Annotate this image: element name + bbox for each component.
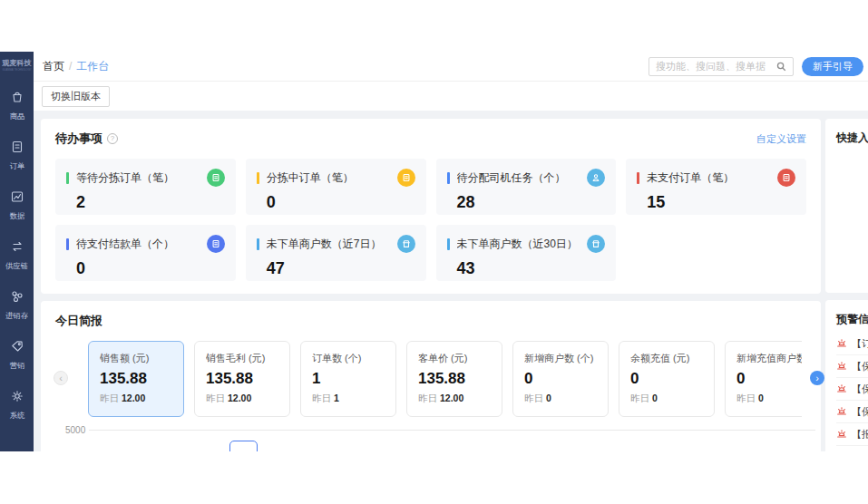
sidebar-item-label: 营销 — [9, 361, 24, 372]
stat-card-new-merchants[interactable]: 新增商户数 (个)0昨日0 — [512, 341, 609, 417]
stat-yesterday: 昨日1 — [312, 393, 385, 405]
supply-icon — [10, 239, 24, 257]
doc-icon — [397, 169, 415, 187]
stat-label: 销售毛利 (元) — [206, 352, 278, 365]
search-placeholder: 搜功能、搜问题、搜单据 — [656, 60, 776, 73]
brand-name: 观麦科技 — [0, 58, 34, 68]
todo-card-label: 未下单商户数（近7日） — [267, 237, 392, 252]
doc-icon — [777, 169, 795, 187]
todo-card-sorting-in-progress[interactable]: 分拣中订单（笔）0 — [246, 159, 426, 215]
stat-label: 新增商户数 (个) — [524, 352, 597, 365]
topbar: 首页 / 工作台 搜功能、搜问题、搜单据 新手引导 — [34, 52, 868, 82]
alert-text: 【报价 — [852, 428, 868, 441]
chart-gridline — [89, 430, 815, 431]
sidebar-item-label: 进销存 — [5, 311, 28, 322]
sidebar-item-label: 商品 — [9, 111, 24, 122]
accent-bar — [447, 238, 450, 250]
todo-card-label: 待分配司机任务（个） — [457, 170, 582, 186]
todo-card-label: 待支付结款单（个） — [76, 237, 201, 252]
todo-card-sorting-wait[interactable]: 等待分拣订单（笔）2 — [55, 159, 236, 215]
alert-item-3[interactable]: 【保质 — [836, 378, 868, 401]
sidebar-item-label: 订单 — [9, 161, 24, 172]
todo-panel: 待办事项 ? 自定义设置 等待分拣订单（笔）2分拣中订单（笔）0待分配司机任务（… — [41, 119, 821, 294]
help-icon[interactable]: ? — [107, 133, 118, 144]
breadcrumb-home[interactable]: 首页 — [43, 59, 64, 74]
todo-card-driver-tasks[interactable]: 待分配司机任务（个）28 — [436, 159, 617, 215]
chart-y-tick: 5000 — [65, 425, 85, 435]
sidebar-item-system[interactable]: 系统 — [0, 383, 34, 433]
sidebar-item-goods[interactable]: 商品 — [0, 84, 34, 134]
todo-grid: 等待分拣订单（笔）2分拣中订单（笔）0待分配司机任务（个）28未支付订单（笔）1… — [55, 159, 806, 281]
brand-logo[interactable]: 观麦科技 GUANMAI TECHNOLOGY — [0, 52, 34, 72]
todo-card-value: 47 — [267, 259, 415, 278]
siren-icon — [836, 426, 847, 442]
sidebar-item-label: 供应链 — [5, 261, 28, 272]
doc-icon — [207, 169, 225, 187]
todo-title: 待办事项 — [55, 131, 102, 147]
sales-chart: 5000 — [55, 410, 815, 446]
alerts-title: 预警信息 — [836, 312, 868, 327]
person-icon — [587, 169, 605, 187]
sidebar-item-inventory[interactable]: 进销存 — [0, 284, 34, 334]
brand-subtitle: GUANMAI TECHNOLOGY — [2, 68, 32, 72]
stat-strip: 销售额 (元)135.88昨日12.00销售毛利 (元)135.88昨日12.0… — [88, 341, 802, 417]
left-column: 待办事项 ? 自定义设置 等待分拣订单（笔）2分拣中订单（笔）0待分配司机任务（… — [41, 119, 821, 451]
alert-item-2[interactable]: 【保质 — [836, 355, 868, 378]
todo-card-settlement-pending[interactable]: 待支付结款单（个）0 — [55, 225, 236, 281]
alerts-list: 【订单【保质【保质【保质【报价 — [836, 333, 868, 446]
gear-icon — [10, 389, 24, 407]
todo-card-label: 分拣中订单（笔） — [267, 170, 392, 186]
quick-entry-title: 快捷入口 — [836, 131, 868, 146]
sidebar-item-supply-chain[interactable]: 供应链 — [0, 234, 34, 284]
accent-bar — [66, 172, 69, 184]
alert-item-4[interactable]: 【保质 — [836, 401, 868, 423]
stat-yesterday: 昨日0 — [630, 393, 703, 405]
carousel-next-button[interactable]: › — [810, 371, 824, 385]
stat-card-recharge-merchants[interactable]: 新增充值商户数 (个0昨日0 — [725, 341, 802, 417]
store-icon — [397, 235, 415, 253]
carousel-prev-button[interactable]: ‹ — [54, 371, 68, 385]
sidebar-item-marketing[interactable]: 营销 — [0, 334, 34, 383]
stat-value: 135.88 — [418, 370, 491, 388]
alerts-panel: 预警信息 【订单【保质【保质【保质【报价 — [825, 300, 868, 451]
alert-item-1[interactable]: 【订单 — [836, 333, 868, 355]
molecule-icon — [10, 289, 24, 307]
stat-yesterday: 昨日12.00 — [206, 393, 278, 405]
beginner-guide-button[interactable]: 新手引导 — [802, 57, 863, 76]
stat-label: 订单数 (个) — [312, 352, 385, 365]
stat-value: 0 — [524, 370, 597, 388]
stat-card-gross-profit[interactable]: 销售毛利 (元)135.88昨日12.00 — [194, 341, 290, 417]
todo-card-label: 未下单商户数（近30日） — [457, 237, 582, 252]
sidebar-item-data[interactable]: 数据 — [0, 184, 34, 234]
stat-carousel: ‹ 销售额 (元)135.88昨日12.00销售毛利 (元)135.88昨日12… — [55, 341, 806, 417]
siren-icon — [836, 335, 847, 352]
sidebar: 观麦科技 GUANMAI TECHNOLOGY 商品订单数据供应链进销存营销系统 — [0, 52, 34, 451]
stat-value: 135.88 — [206, 370, 278, 388]
alert-item-5[interactable]: 【报价 — [836, 423, 868, 446]
switch-old-version-button[interactable]: 切换旧版本 — [42, 86, 110, 107]
stat-card-order-count[interactable]: 订单数 (个)1昨日1 — [300, 341, 396, 417]
main-area: 首页 / 工作台 搜功能、搜问题、搜单据 新手引导 切换旧版本 待办事项 ? — [34, 52, 868, 451]
todo-card-no-order-30d[interactable]: 未下单商户数（近30日）43 — [436, 225, 617, 281]
breadcrumb-separator: / — [69, 60, 72, 73]
search-input[interactable]: 搜功能、搜问题、搜单据 — [649, 57, 794, 76]
tag-icon — [10, 339, 24, 357]
stat-label: 新增充值商户数 (个 — [736, 352, 802, 365]
stat-card-balance-recharge[interactable]: 余额充值 (元)0昨日0 — [619, 341, 715, 417]
chart-icon — [10, 189, 24, 208]
doc-icon — [207, 235, 225, 253]
brief-title: 今日简报 — [55, 313, 102, 329]
app-window: 观麦科技 GUANMAI TECHNOLOGY 商品订单数据供应链进销存营销系统… — [0, 52, 868, 451]
sidebar-item-orders[interactable]: 订单 — [0, 134, 34, 184]
order-icon — [10, 140, 24, 158]
todo-card-unpaid-orders[interactable]: 未支付订单（笔）15 — [626, 159, 806, 215]
stat-yesterday: 昨日0 — [736, 393, 802, 405]
breadcrumb-current[interactable]: 工作台 — [76, 59, 109, 74]
alert-text: 【保质 — [852, 405, 868, 419]
alert-text: 【订单 — [852, 337, 868, 351]
todo-card-no-order-7d[interactable]: 未下单商户数（近7日）47 — [246, 225, 426, 281]
stat-card-avg-order-value[interactable]: 客单价 (元)135.88昨日12.00 — [406, 341, 502, 417]
accent-bar — [66, 238, 69, 250]
stat-card-sales[interactable]: 销售额 (元)135.88昨日12.00 — [88, 341, 184, 417]
customize-settings-link[interactable]: 自定义设置 — [756, 132, 806, 146]
